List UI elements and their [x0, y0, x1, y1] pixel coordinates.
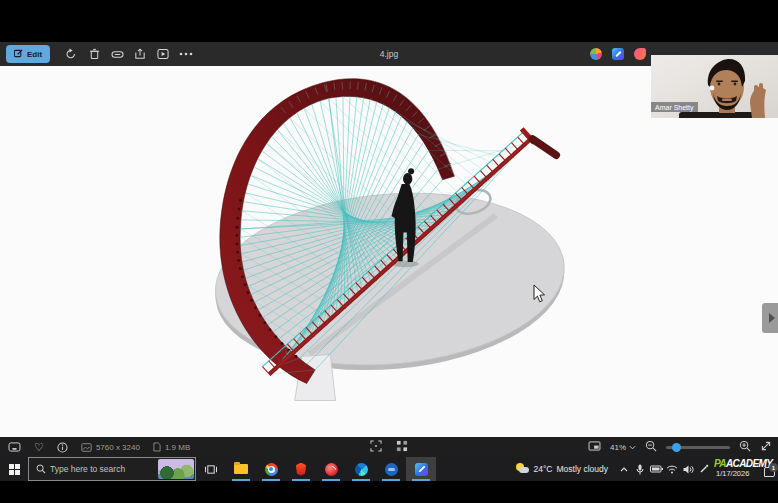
bottom-letterbox — [0, 481, 778, 503]
photos-app-icon — [415, 463, 428, 476]
weather-icon — [516, 463, 530, 475]
rotate-button[interactable] — [60, 45, 82, 63]
image-dimensions-icon — [81, 443, 92, 452]
taskbar-date: 1/17/2026 — [716, 469, 749, 478]
notification-center-button[interactable]: 1 — [764, 467, 775, 477]
delete-button[interactable] — [83, 45, 105, 63]
watermark-prefix: PA — [714, 458, 726, 469]
search-highlight-thumbnail[interactable] — [158, 459, 194, 479]
dimensions-readout: 5760 x 3240 — [81, 443, 140, 452]
volume-icon[interactable] — [680, 465, 696, 474]
slideshow-button[interactable] — [152, 45, 174, 63]
print-button[interactable] — [106, 45, 128, 63]
statusbar-right: 41% — [588, 440, 772, 454]
photos-statusbar: ♡ 5760 x 3240 1.9 MB — [0, 437, 778, 457]
taskbar-clock[interactable]: PAACADEMY 1/17/2026 1 — [714, 457, 778, 481]
zoom-slider[interactable] — [666, 446, 730, 449]
wifi-icon[interactable] — [664, 465, 680, 474]
filmstrip-toggle[interactable] — [8, 442, 21, 452]
toolbar-right-icons — [590, 42, 646, 66]
statusbar-center — [370, 440, 408, 454]
filesize-value: 1.9 MB — [165, 443, 190, 452]
weather-temperature: 24°C — [534, 464, 553, 474]
clipchamp-icon[interactable] — [634, 48, 646, 60]
photo-viewer — [0, 66, 778, 437]
share-button[interactable] — [129, 45, 151, 63]
next-image-button[interactable] — [762, 303, 778, 333]
taskbar-app-brave[interactable] — [286, 457, 316, 481]
edit-icon — [14, 49, 23, 60]
notification-badge: 1 — [769, 463, 778, 472]
more-button[interactable] — [175, 45, 197, 63]
windows-logo-icon — [9, 464, 20, 475]
tray-chevron-button[interactable] — [616, 467, 632, 472]
taskbar-app-chrome[interactable] — [256, 457, 286, 481]
chrome-icon — [265, 463, 278, 476]
webcam-overlay: Amar Shetty — [651, 55, 778, 118]
edit-button-label: Edit — [27, 50, 42, 59]
search-icon — [36, 460, 46, 478]
task-view-button[interactable] — [196, 457, 226, 481]
participant-name-label: Amar Shetty — [651, 102, 698, 112]
dimensions-value: 5760 x 3240 — [96, 443, 140, 452]
zoom-slider-handle[interactable] — [672, 443, 681, 452]
search-input[interactable] — [50, 464, 162, 474]
taskbar-weather[interactable]: 24°C Mostly cloudy — [516, 463, 609, 475]
system-tray: 24°C Mostly cloudy PAACADEMY — [516, 457, 778, 481]
taskbar-search[interactable] — [28, 457, 196, 481]
zoom-level-value: 41% — [610, 443, 626, 452]
taskbar-app-photos-active[interactable] — [406, 457, 436, 481]
next-arrow-icon — [769, 313, 775, 323]
blue-app-icon — [385, 463, 398, 476]
actual-size-button[interactable] — [396, 440, 408, 454]
file-title: 4.jpg — [380, 42, 398, 66]
zoom-in-button[interactable] — [739, 440, 751, 454]
chevron-down-icon — [629, 445, 636, 450]
file-explorer-icon — [234, 464, 248, 474]
edge-icon — [355, 463, 368, 476]
favorite-heart-button[interactable]: ♡ — [34, 442, 44, 452]
windows-taskbar: 24°C Mostly cloudy PAACADEMY — [0, 457, 778, 481]
mouse-cursor — [533, 284, 547, 303]
edit-button[interactable]: Edit — [6, 45, 50, 63]
fullscreen-button[interactable] — [760, 440, 772, 454]
info-button[interactable] — [57, 442, 68, 453]
microphone-icon[interactable] — [632, 464, 648, 475]
media-app-icon — [325, 463, 338, 476]
start-button[interactable] — [0, 457, 28, 481]
battery-icon[interactable] — [648, 465, 664, 473]
weather-condition: Mostly cloudy — [557, 464, 609, 474]
desktop-screen: Edit 4.jpg — [0, 0, 778, 503]
pen-icon[interactable] — [696, 464, 712, 474]
photo-canvas-3d-bridge-render — [0, 66, 778, 437]
taskbar-app-blue[interactable] — [376, 457, 406, 481]
taskbar-app-edge[interactable] — [346, 457, 376, 481]
file-size-icon — [153, 442, 161, 452]
photo-editor-icon[interactable] — [612, 48, 624, 60]
zoom-level-dropdown[interactable]: 41% — [610, 443, 636, 452]
color-sphere-icon[interactable] — [590, 48, 602, 60]
pip-button[interactable] — [588, 441, 601, 453]
taskbar-app-media[interactable] — [316, 457, 346, 481]
top-letterbox — [0, 0, 778, 42]
statusbar-left: ♡ 5760 x 3240 1.9 MB — [8, 442, 190, 453]
filesize-readout: 1.9 MB — [153, 442, 190, 452]
brave-icon — [295, 463, 307, 476]
taskbar-app-file-explorer[interactable] — [226, 457, 256, 481]
zoom-to-fit-button[interactable] — [370, 440, 382, 454]
zoom-out-button[interactable] — [645, 440, 657, 454]
